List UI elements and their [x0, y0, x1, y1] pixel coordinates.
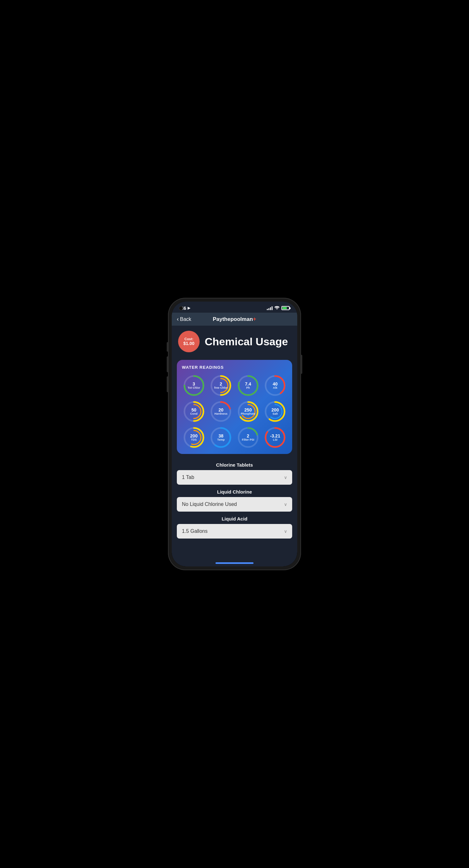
gauge-value: 50 [192, 408, 197, 412]
cost-label: Cost: [184, 337, 193, 341]
gauge-item: 7.4Ph [236, 374, 260, 397]
cost-value: $1.00 [183, 341, 194, 346]
gauge-label: Temp [217, 438, 225, 442]
chemical-label: Liquid Acid [172, 512, 297, 524]
chevron-left-icon: ‹ [177, 316, 179, 322]
gauge-item: 200Salt [263, 400, 287, 423]
gauge-value: 38 [218, 434, 224, 438]
nav-bar: ‹ Back Paythepoolman+ [172, 313, 297, 326]
gauge-label: Phosphate [241, 412, 256, 415]
gauge-item: 3Tot Chlor [182, 374, 206, 397]
gauge-label: LSI [273, 438, 277, 442]
gauge-value: 250 [244, 408, 252, 412]
gauge-label: Hardness [214, 412, 228, 415]
gauge-item: 50Cond [182, 400, 206, 423]
battery-icon [282, 306, 290, 310]
dropdown-value: No Liquid Chlorine Used [182, 501, 237, 507]
gauge-value: 200 [190, 434, 198, 438]
gauge-item: 250Phosphate [236, 400, 260, 423]
svg-point-0 [277, 309, 277, 310]
gauge-label: Filter PSI [242, 438, 254, 442]
nav-plus: + [253, 316, 256, 322]
home-indicator [215, 562, 254, 564]
chemical-group: Liquid ChlorineNo Liquid Chlorine Used∨ [172, 485, 297, 512]
dropdown-value: 1 Tab [182, 474, 194, 480]
gauge-label: TDS [191, 438, 197, 442]
gauge-value: 2 [247, 434, 250, 438]
chevron-down-icon: ∨ [284, 529, 287, 534]
chevron-down-icon: ∨ [284, 475, 287, 480]
chemical-dropdown[interactable]: No Liquid Chlorine Used∨ [177, 497, 292, 512]
gauge-value: -3.21 [270, 434, 280, 438]
gauge-value: 20 [218, 408, 224, 412]
dropdown-value: 1.5 Gallons [182, 528, 208, 534]
gauge-label: Tot Chlor [187, 386, 200, 390]
gauge-item: -3.21LSI [263, 426, 287, 449]
gauge-label: free Chlor [214, 386, 228, 390]
signal-icon [267, 306, 272, 310]
gauge-value: 2 [219, 382, 222, 386]
nav-title: Paythepoolman+ [213, 316, 256, 322]
water-readings-card: WATER READINGS 3Tot Chlor2free Chlor7.4P… [177, 360, 292, 454]
nav-title-text: Paythepoolman [213, 316, 253, 322]
chemical-group: Chlorine Tablets1 Tab∨ [172, 458, 297, 485]
chevron-down-icon: ∨ [284, 502, 287, 507]
gauge-item: 2free Chlor [209, 374, 233, 397]
gauge-item: 200TDS [182, 426, 206, 449]
chemical-dropdown[interactable]: 1.5 Gallons∨ [177, 524, 292, 538]
location-icon: ▶ [187, 306, 190, 310]
chemical-label: Liquid Chlorine [172, 485, 297, 497]
gauges-grid: 3Tot Chlor2free Chlor7.4Ph40Alk50Cond20H… [182, 374, 287, 449]
gauge-value: 200 [271, 408, 279, 412]
back-label: Back [180, 316, 192, 322]
gauge-label: Cond [190, 412, 198, 415]
status-bar: :46 ▶ [172, 302, 297, 313]
chemical-label: Chlorine Tablets [172, 458, 297, 470]
chemicals-section: Chlorine Tablets1 Tab∨Liquid ChlorineNo … [172, 458, 297, 545]
gauge-label: Salt [272, 412, 278, 415]
page-title: Chemical Usage [205, 336, 288, 348]
cost-badge: Cost: $1.00 [178, 331, 200, 352]
gauge-label: Alk [273, 386, 277, 390]
back-button[interactable]: ‹ Back [177, 316, 192, 322]
gauge-value: 7.4 [245, 382, 251, 386]
wifi-icon [274, 306, 280, 310]
gauge-label: Ph [246, 386, 250, 390]
gauge-item: 40Alk [263, 374, 287, 397]
gauge-item: 38Temp [209, 426, 233, 449]
camera-notch [179, 306, 183, 310]
gauge-value: 40 [272, 382, 277, 386]
page-header: Cost: $1.00 Chemical Usage [172, 326, 297, 357]
status-icons [267, 306, 290, 310]
gauge-value: 3 [193, 382, 195, 386]
gauge-item: 2Filter PSI [236, 426, 260, 449]
chemical-group: Liquid Acid1.5 Gallons∨ [172, 512, 297, 538]
screen: :46 ▶ [172, 302, 297, 566]
gauge-item: 20Hardness [209, 400, 233, 423]
water-readings-title: WATER READINGS [182, 365, 287, 370]
chemical-dropdown[interactable]: 1 Tab∨ [177, 470, 292, 485]
